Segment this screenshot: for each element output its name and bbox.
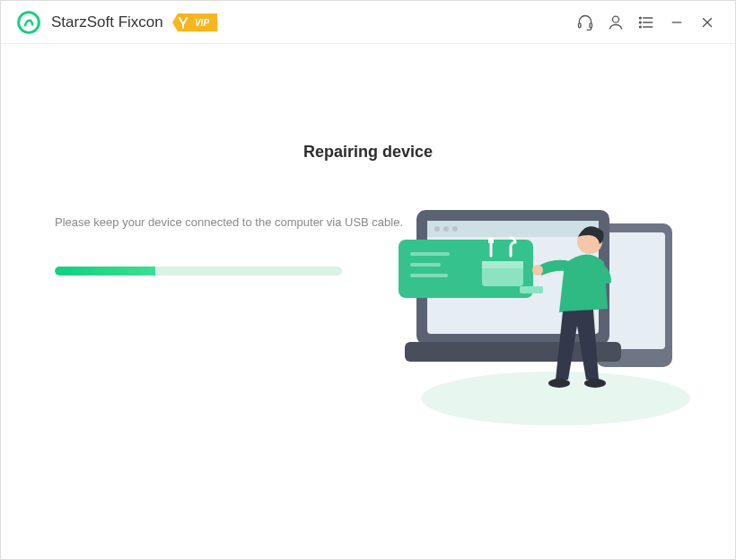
page-heading: Repairing device: [55, 143, 681, 162]
vip-badge: VIP: [172, 13, 219, 32]
svg-point-22: [434, 226, 440, 232]
svg-rect-30: [482, 261, 523, 268]
svg-rect-32: [488, 238, 494, 243]
vip-badge-text: VIP: [195, 18, 209, 28]
svg-rect-33: [520, 286, 543, 293]
titlebar: StarzSoft Fixcon VIP: [1, 1, 735, 44]
progress-bar-fill: [55, 267, 155, 276]
svg-point-37: [584, 379, 606, 388]
app-title: StarzSoft Fixcon: [51, 13, 163, 31]
svg-rect-17: [603, 232, 665, 349]
svg-point-0: [19, 12, 39, 32]
svg-point-2: [182, 20, 184, 22]
svg-point-5: [613, 16, 619, 22]
repair-illustration: [385, 197, 699, 430]
main-content: Repairing device Please keep your device…: [1, 44, 735, 560]
progress-bar: [55, 267, 342, 276]
support-headset-icon[interactable]: [570, 7, 600, 38]
svg-point-6: [640, 17, 642, 19]
minimize-window-icon[interactable]: [662, 7, 692, 38]
user-account-icon[interactable]: [600, 7, 631, 38]
menu-list-icon[interactable]: [631, 7, 662, 38]
app-logo-icon: [17, 11, 40, 34]
instruction-text: Please keep your device connected to the…: [55, 215, 414, 229]
svg-rect-3: [579, 22, 582, 27]
svg-point-8: [640, 22, 642, 23]
svg-point-24: [452, 226, 458, 232]
close-window-icon[interactable]: [692, 7, 723, 38]
svg-rect-4: [590, 22, 592, 27]
svg-point-10: [640, 26, 642, 28]
svg-point-36: [548, 379, 570, 388]
svg-point-23: [443, 226, 449, 232]
svg-point-35: [532, 265, 543, 276]
